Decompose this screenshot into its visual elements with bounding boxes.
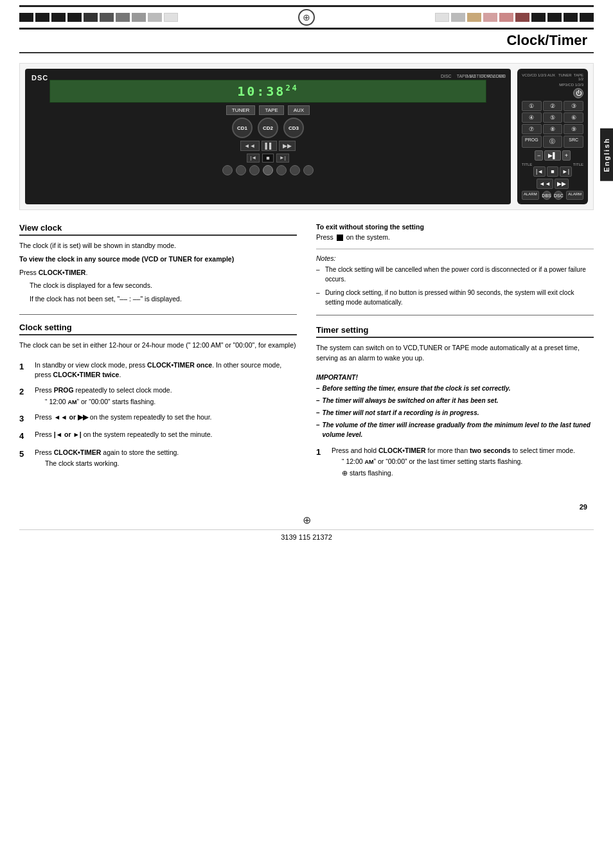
remote-btn-7: ⑦	[522, 124, 542, 134]
top-bar-right	[435, 13, 594, 22]
tape-btn: TAPE	[259, 105, 283, 115]
remote-alarm2: ALARM	[566, 191, 583, 200]
view-clock-header: View clock	[19, 223, 297, 236]
timer-setting-header: Timer setting	[316, 325, 594, 338]
note-item-1: – The clock setting will be cancelled wh…	[316, 265, 594, 284]
remote-rew-btn: ◄◄	[537, 179, 553, 189]
remote-stop-btn: ■	[547, 166, 558, 177]
remote-btn-2: ②	[543, 101, 563, 111]
clock-step-4: 4 Press |◄ or ►| on the system repeatedl…	[19, 430, 297, 443]
view-clock-intro: The clock (if it is set) will be shown i…	[19, 241, 297, 251]
remote-next-btn: ►|	[560, 166, 572, 177]
important-item-1: – Before setting the timer, ensure that …	[316, 384, 594, 393]
timer-steps-list: 1 Press and hold CLOCK•TIMER for more th…	[316, 446, 594, 479]
important-item-3: – The timer will not start if a recordin…	[316, 408, 594, 418]
view-clock-subheader: To view the clock in any source mode (VC…	[19, 254, 297, 265]
exit-without-storing-title: To exit without storing the setting	[316, 223, 594, 231]
bottom-compass: ⊕	[19, 514, 594, 526]
clock-step-3: 3 Press ◄◄ or ▶▶ on the system repeatedl…	[19, 412, 297, 425]
note-item-2: – During clock setting, if no button is …	[316, 288, 594, 307]
aux-btn: AUX	[288, 105, 310, 115]
remote-ff-btn: ▶▶	[555, 179, 569, 189]
view-clock-display-note: The clock is displayed for a few seconds…	[30, 281, 297, 291]
notes-title: Notes:	[316, 254, 594, 262]
page-title: Clock/Timer	[19, 32, 594, 53]
stereo-unit: DSC DISC TAPE 1/2 CDR/VIDEO 10:3824 TUNE…	[25, 69, 511, 204]
master-volume-label: MASTER VOLUME	[466, 74, 506, 79]
remote-btn-3: ③	[564, 101, 583, 111]
clock-steps-list: 1 In standby or view clock mode, press C…	[19, 360, 297, 470]
remote-control: VCD/CD 1/2/3 AUX TUNER TAPE 1/2 MP3/CD 1…	[517, 69, 588, 204]
stop-icon	[337, 235, 343, 241]
remote-prev-btn: |◄	[533, 166, 546, 177]
important-block: IMPORTANT! – Before setting the timer, e…	[316, 373, 594, 439]
clock-setting-header: Clock setting	[19, 323, 297, 335]
important-item-4: – The volume of the timer will increase …	[316, 420, 594, 439]
top-bar-left	[19, 13, 178, 22]
clock-step-1: 1 In standby or view clock mode, press C…	[19, 360, 297, 381]
remote-power-btn: ⏻	[573, 88, 583, 98]
source-disc: DISC	[441, 74, 452, 78]
timer-setting-section: Timer setting The system can switch on t…	[316, 325, 594, 479]
view-clock-not-set: If the clock has not been set, "–– : ––"…	[30, 294, 297, 305]
remote-btn-9: ⑨	[564, 124, 583, 134]
remote-btn-5: ⑤	[543, 112, 563, 123]
tuner-btn: TUNER	[226, 105, 256, 115]
page-number: 29	[19, 503, 594, 511]
remote-btn-0: ⓪	[543, 136, 563, 148]
center-compass-top: ⊕	[298, 9, 315, 26]
timer-step-1: 1 Press and hold CLOCK•TIMER for more th…	[316, 446, 594, 479]
remote-vol-minus: −	[535, 150, 543, 161]
remote-play-btn: ▶▌	[544, 150, 560, 161]
important-title: IMPORTANT!	[316, 373, 594, 381]
exit-instruction: Press on the system.	[316, 233, 594, 241]
view-clock-section: View clock The clock (if it is set) will…	[19, 223, 297, 305]
doc-number: 3139 115 21372	[19, 529, 594, 541]
important-item-2: – The timer will always be switched on a…	[316, 396, 594, 405]
clock-setting-intro: The clock can be set in either 12-hour o…	[19, 341, 297, 351]
remote-btn-8: ⑧	[543, 124, 563, 134]
clock-step-2: 2 Press PROG repeatedly to select clock …	[19, 385, 297, 407]
timer-intro: The system can switch on to VCD,TUNER or…	[316, 343, 594, 364]
language-tab: English	[600, 128, 613, 181]
cd2-btn: CD2	[258, 118, 278, 138]
remote-dbs: DBS	[542, 191, 551, 200]
remote-alarm1: ALARM	[522, 191, 539, 200]
clock-setting-section: Clock setting The clock can be set in ei…	[19, 323, 297, 469]
remote-btn-prog: PROG	[522, 136, 542, 148]
remote-btn-6: ⑥	[564, 112, 583, 123]
device-image-area: DSC DISC TAPE 1/2 CDR/VIDEO 10:3824 TUNE…	[19, 63, 594, 210]
device-display: 10:3824	[49, 80, 486, 103]
remote-dsc2: DSC	[554, 191, 563, 200]
remote-btn-4: ④	[522, 112, 542, 123]
remote-vol-plus: +	[562, 150, 571, 161]
exit-without-storing-section: To exit without storing the setting Pres…	[316, 223, 594, 241]
clock-step-5: 5 Press CLOCK•TIMER again to store the s…	[19, 448, 297, 470]
cd1-btn: CD1	[232, 118, 253, 138]
notes-section: Notes: – The clock setting will be cance…	[316, 249, 594, 307]
cd3-btn: CD3	[283, 118, 304, 138]
view-clock-press: Press CLOCK•TIMER.	[19, 268, 297, 278]
remote-btn-1: ①	[522, 101, 542, 111]
dsc-label: DSC	[31, 74, 48, 82]
remote-btn-source: SRC	[564, 136, 583, 148]
